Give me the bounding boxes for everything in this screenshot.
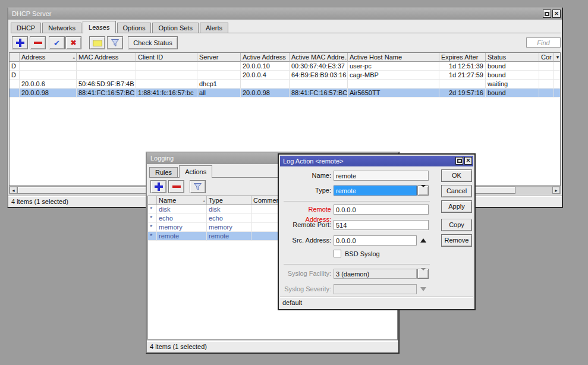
remove-icon <box>34 42 42 44</box>
remove-button[interactable] <box>30 36 46 49</box>
cell-address: 20.0.0.6 <box>20 80 77 89</box>
tab-dhcp[interactable]: DHCP <box>11 23 41 33</box>
name-field[interactable]: remote <box>334 171 429 181</box>
header-status[interactable]: Status <box>486 53 539 62</box>
dialog-title: Log Action <remote> <box>283 158 344 165</box>
tab-options[interactable]: Options <box>117 23 152 33</box>
lease-row[interactable]: D 20.0.0.10 00:30:67:40:E3:37 user-pc 1d… <box>10 62 560 71</box>
cell-client-id <box>136 80 197 89</box>
header-flag[interactable] <box>10 53 20 62</box>
scroll-left-button[interactable]: ◄ <box>10 187 17 194</box>
type-field[interactable]: remote <box>334 185 417 196</box>
remove-button[interactable]: Remove <box>441 234 472 247</box>
cell-expires: 1d 12:51:39 <box>439 62 486 71</box>
syslog-facility-field[interactable]: 3 (daemon) <box>334 269 417 279</box>
logging-window-title: Logging <box>150 155 174 162</box>
name-label: Name: <box>282 171 331 181</box>
cell-flag: * <box>148 205 157 214</box>
ok-button[interactable]: OK <box>441 169 472 182</box>
find-input[interactable] <box>526 37 561 48</box>
check-status-label: Check Status <box>133 39 172 46</box>
lease-row[interactable]: 20.0.0.6 50:46:5D:9F:B7:4B dhcp1 waiting <box>10 80 560 89</box>
cell-status: bound <box>486 89 539 97</box>
sort-asc-icon: ▴ <box>73 53 75 62</box>
cell-flag: * <box>148 232 157 241</box>
cell-mac: 88:41:FC:16:57:BC <box>77 89 136 97</box>
add-icon <box>155 182 163 191</box>
header-expires-after[interactable]: Expires After <box>439 53 486 62</box>
check-status-button[interactable]: Check Status <box>128 36 178 49</box>
logging-status-bar: 4 items (1 selected) <box>147 341 398 352</box>
tab-leases[interactable]: Leases <box>83 21 115 33</box>
header-client-id[interactable]: Client ID <box>136 53 197 62</box>
cell-active-address <box>241 80 290 89</box>
header-name[interactable]: Name▴ <box>157 196 207 205</box>
header-mac-address[interactable]: MAC Address <box>77 53 136 62</box>
cell-type: echo <box>207 214 251 223</box>
header-flag[interactable] <box>148 196 157 205</box>
maximize-button[interactable] <box>455 157 463 165</box>
sort-asc-icon: ▴ <box>203 196 205 205</box>
enable-button[interactable]: ✔ <box>49 36 65 49</box>
src-address-field[interactable]: 0.0.0.0 <box>334 235 417 246</box>
tab-networks[interactable]: Networks <box>42 23 81 33</box>
cell-active-mac: 64:B9:E8:B9:03:16 <box>290 71 348 80</box>
header-active-address[interactable]: Active Address <box>241 53 290 62</box>
lease-row-selected[interactable]: 20.0.0.98 88:41:FC:16:57:BC 1:88:41:fc:1… <box>10 89 560 97</box>
cross-icon: ✖ <box>70 39 76 46</box>
close-button[interactable]: ✕ <box>464 157 472 165</box>
dialog-titlebar[interactable]: Log Action <remote> ✕ <box>280 156 473 166</box>
apply-button[interactable]: Apply <box>441 200 472 213</box>
remote-port-field[interactable]: 514 <box>334 220 429 230</box>
filter-button[interactable] <box>107 36 123 49</box>
bsd-syslog-checkbox[interactable] <box>334 250 341 257</box>
remote-port-label: Remote Port: <box>282 220 331 230</box>
cell-active-mac: 88:41:FC:16:57:BC <box>290 89 348 97</box>
header-active-host-name[interactable]: Active Host Name <box>348 53 439 62</box>
type-dropdown-button[interactable] <box>417 185 429 196</box>
header-comment[interactable]: Cor <box>539 53 554 62</box>
lease-row[interactable]: D 20.0.0.4 64:B9:E8:B9:03:16 cagr-MBP 1d… <box>10 71 560 80</box>
filter-button[interactable] <box>190 180 206 193</box>
cell-address <box>20 71 77 80</box>
close-button[interactable]: ✕ <box>552 10 561 18</box>
maximize-icon <box>545 12 549 16</box>
cell-client-id <box>136 71 197 80</box>
syslog-facility-dropdown-button[interactable] <box>417 269 429 279</box>
cell-type: remote <box>207 232 251 241</box>
dhcp-window-titlebar[interactable]: DHCP Server ✕ <box>8 8 562 20</box>
cell-flag: * <box>148 214 157 223</box>
tab-option-sets[interactable]: Option Sets <box>152 23 198 33</box>
remove-button[interactable] <box>168 180 184 193</box>
note-icon <box>93 40 102 46</box>
comment-button[interactable] <box>89 36 105 49</box>
copy-button[interactable]: Copy <box>441 219 472 231</box>
type-label: Type: <box>282 185 331 196</box>
header-active-mac[interactable]: Active MAC Addre... <box>290 53 348 62</box>
header-type[interactable]: Type <box>207 196 251 205</box>
header-server[interactable]: Server <box>197 53 241 62</box>
disable-button[interactable]: ✖ <box>65 36 81 49</box>
cell-type: memory <box>207 223 251 232</box>
tab-actions[interactable]: Actions <box>179 165 212 178</box>
maximize-icon <box>457 159 462 163</box>
cell-spacer <box>554 89 561 97</box>
cell-active-mac <box>290 80 348 89</box>
cancel-button[interactable]: Cancel <box>441 185 472 197</box>
separator <box>284 264 430 265</box>
tab-alerts[interactable]: Alerts <box>200 23 228 33</box>
cell-spacer <box>554 62 561 71</box>
tab-rules[interactable]: Rules <box>149 167 178 177</box>
dhcp-window-title: DHCP Server <box>12 10 51 17</box>
src-address-collapse-up-button[interactable] <box>420 238 426 243</box>
scroll-right-button[interactable]: ► <box>552 187 560 194</box>
cell-active-address: 20.0.0.10 <box>241 62 290 71</box>
cell-active-address: 20.0.0.4 <box>241 71 290 80</box>
add-button[interactable] <box>12 36 28 49</box>
maximize-button[interactable] <box>543 10 551 18</box>
add-button[interactable] <box>150 180 166 193</box>
cell-server: dhcp1 <box>197 80 241 89</box>
header-address[interactable]: Address▴ <box>20 53 77 62</box>
column-select-button[interactable]: ▼ <box>554 53 561 62</box>
remote-address-field[interactable]: 0.0.0.0 <box>334 204 429 215</box>
